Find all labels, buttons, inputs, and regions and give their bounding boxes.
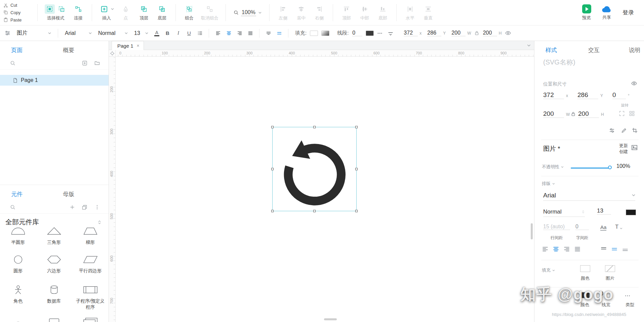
border-width-input[interactable] [600,291,612,297]
panel-align-right-icon[interactable] [563,246,570,252]
component-semicircle[interactable]: 半圆形 [1,224,35,245]
letter-spacing-input[interactable] [575,224,589,230]
font-family-dropdown[interactable]: Arial [62,29,94,38]
canvas-vscrollbar[interactable] [531,223,533,239]
bold-button[interactable]: B [163,28,172,38]
panel-align-center-icon[interactable] [553,246,559,252]
opacity-slider-track[interactable] [571,168,610,169]
w-input[interactable] [451,30,466,36]
fill-gradient-swatch[interactable] [321,31,329,36]
text-case-button[interactable]: Aa [600,224,606,231]
library-stack-icon[interactable] [82,204,87,210]
element-type-dropdown[interactable]: 图片 [14,28,54,38]
bullet-list-button[interactable] [195,28,205,38]
text-align-justify-button[interactable] [245,28,255,38]
update-image-link[interactable]: 更新 [619,143,628,149]
tab-masters[interactable]: 母版 [63,190,74,198]
underline-button[interactable]: U [184,28,194,38]
resize-handle-top[interactable] [313,126,316,128]
text-align-left-button[interactable] [213,28,223,38]
text-align-right-button[interactable] [235,28,244,38]
component-hexagon[interactable]: 六边形 [37,252,71,274]
text-align-center-button[interactable] [224,28,234,38]
component-triangle[interactable]: 三角形 [37,224,71,245]
component-subroutine[interactable]: 子程序/预定义程序 [73,282,107,310]
add-page-icon[interactable] [82,60,87,66]
valign-bottom-icon[interactable] [622,246,629,252]
x-input[interactable] [404,30,418,36]
line-color-swatch[interactable] [366,31,374,36]
eye-icon[interactable] [631,81,637,86]
canvas-hscrollbar[interactable] [324,318,337,320]
fill-section-label-group[interactable]: 填充 [542,267,555,273]
component-database[interactable]: 数据库 [37,282,71,304]
typography-label-group[interactable]: 排版 [542,181,555,187]
group-tool[interactable]: 组合 [180,0,198,25]
font-color-button[interactable]: A [152,28,162,38]
resize-handle-top-right[interactable] [355,126,358,128]
resize-handle-bottom-left[interactable] [271,210,274,212]
tab-list-icon[interactable] [527,44,531,47]
line-style-button[interactable] [386,28,395,38]
create-image-link[interactable]: 创建 [619,149,628,155]
component-circle[interactable]: 圆形 [1,252,35,274]
sliders-icon[interactable] [609,128,615,133]
preview-button[interactable]: 预览 [577,4,596,21]
svg-name-input[interactable] [543,58,634,66]
tab-components[interactable]: 元件 [11,190,23,198]
border-type-icon[interactable] [625,293,631,299]
valign-middle-icon[interactable] [611,246,618,252]
y-input-panel[interactable] [577,91,598,99]
send-to-back-tool[interactable]: 底层 [153,0,171,25]
component-actor[interactable]: 角色 [1,282,35,304]
resize-handle-bottom[interactable] [313,210,316,212]
fill-color-swatch[interactable] [310,31,318,36]
selected-widget[interactable] [272,127,357,211]
bring-to-front-tool[interactable]: 顶层 [135,0,153,25]
crop-icon[interactable] [632,128,638,133]
component-parallelogram[interactable]: 平行四边形 [73,252,107,274]
italic-button[interactable]: I [173,28,183,38]
image-icon[interactable] [631,144,638,151]
resize-handle-bottom-right[interactable] [355,210,358,212]
search-icon[interactable] [10,204,15,210]
lock-ratio-icon[interactable] [474,31,479,36]
canvas-tab-page1[interactable]: Page 1 × [112,41,144,50]
w-input-panel[interactable] [543,110,564,118]
resize-handle-top-left[interactable] [271,126,274,128]
h-input-panel[interactable] [578,110,599,118]
share-button[interactable]: 共享 [598,5,616,20]
border-color-swatch[interactable] [580,292,590,298]
tab-notes[interactable]: 说明 [629,46,640,54]
weight-dropdown[interactable]: Normal [543,207,585,217]
tab-pages[interactable]: 页面 [11,46,23,54]
select-intersect-button[interactable] [45,4,55,14]
h-input[interactable] [483,30,497,36]
cut-button[interactable]: Cut [3,3,33,8]
font-weight-dropdown[interactable]: Normal [95,29,130,38]
fit-content-icon[interactable] [619,111,625,116]
pencil-icon[interactable] [621,128,627,133]
canvas-area[interactable]: Page 1 × 0 100 200 300 400 500 600 700 8… [109,41,534,322]
zoom-control[interactable]: 100% [230,0,265,25]
search-icon[interactable] [10,60,15,66]
y-input[interactable] [427,30,441,36]
font-color-swatch[interactable] [626,210,636,215]
panel-align-left-icon[interactable] [542,246,549,252]
panel-fill-color-swatch[interactable] [580,265,590,272]
panel-align-justify-icon[interactable] [574,246,581,252]
component-item-partial[interactable] [37,314,71,322]
page-list-item[interactable]: Page 1 [0,75,109,86]
text-style-button[interactable]: T [615,224,618,230]
resize-handle-right[interactable] [355,168,358,170]
visibility-icon[interactable] [505,30,511,36]
opacity-label-group[interactable]: 不透明性 [542,164,564,170]
valign-top-icon[interactable] [600,246,607,252]
tab-outline[interactable]: 概要 [63,46,74,54]
line-width-input[interactable] [352,30,362,36]
line-dash-button[interactable] [375,28,385,38]
properties-icon[interactable] [5,30,10,36]
paste-button[interactable]: Paste [3,17,33,22]
zoom-value[interactable]: 100% [241,9,256,16]
opacity-slider-knob[interactable] [608,166,612,169]
